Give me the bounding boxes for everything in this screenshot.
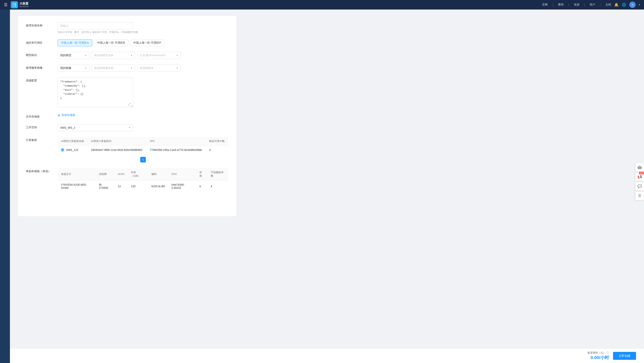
menu-list-icon: ☰ — [638, 194, 641, 198]
spec-col-price: 价格 — [196, 168, 208, 180]
model-version-select[interactable]: 分支/版本/commonID ▼ — [137, 52, 181, 59]
image-control: 我的镜像 ▼ 请选择镜像名称 ▼ 请选择版本 ▼ — [58, 64, 228, 72]
spec-col-vcpu: vCPU — [114, 168, 128, 180]
workspace-label: 工作空间 — [26, 124, 58, 129]
image-row: 推理服务镜像 我的镜像 ▼ 请选择镜像名称 ▼ 请选择版本 ▼ — [26, 64, 228, 72]
announce-icon: 📢 — [638, 174, 642, 179]
add-circle-icon: ⊕ — [58, 114, 60, 117]
cluster-col-name: AI弹性计算集群名称 — [58, 137, 88, 145]
model-type-select[interactable]: 我的模型 ▼ — [58, 52, 90, 59]
left-sidebar — [0, 10, 10, 363]
cluster-radio-cell: AMS_122 — [61, 148, 84, 152]
cluster-col-vpc: VPC — [146, 137, 206, 145]
top-navigation: ☰ 大装置 sensecore 官网 | 费用 | 资源 | 用户 | 文档 🔔… — [0, 0, 644, 10]
zone-button-a[interactable]: 中国上海一区-可用区A — [58, 40, 92, 46]
spec-price-cell: 0 — [196, 180, 208, 192]
spec-col-memory: 内存（GiB） — [128, 168, 148, 180]
zone-button-group: 中国上海一区-可用区A 中国上海一区-可用区B 中国上海一区-可用区P — [58, 40, 228, 46]
spec-col-replicas: 可创建副本数 — [208, 168, 228, 180]
nav-link-official[interactable]: 官网 — [542, 3, 548, 6]
floating-action-buttons: 🤖 📢 New 💬 ☰ — [635, 163, 644, 200]
nav-link-docs[interactable]: 文档 — [606, 3, 611, 6]
spec-memory-cell: 120 — [128, 180, 148, 192]
spec-row: 单副本规格（单选） 加速芯片 训练网 vCPU 内存（GiB） 编码 CPU 价 — [26, 168, 228, 192]
pagination-page-1[interactable]: 1 — [140, 157, 146, 162]
table-row[interactable]: 1*NVIDIA A100-80G-SXM4 IB 2*200G 12 120 … — [58, 180, 228, 192]
zone-button-p[interactable]: 中国上海一区-可用区P — [130, 40, 164, 46]
nav-link-user[interactable]: 用户 — [590, 3, 595, 6]
zone-button-b[interactable]: 中国上海一区-可用区B — [94, 40, 128, 46]
spec-col-cpu: CPU — [168, 168, 196, 180]
float-feedback-button[interactable]: 💬 — [635, 182, 644, 191]
spec-col-chip: 加速芯片 — [58, 168, 96, 180]
spec-trainnet-cell: IB 2*200G — [96, 180, 114, 192]
cost-section: 配置费用（元） ⓘ 0.00/小时 — [588, 351, 609, 360]
image-version-arrow: ▼ — [176, 67, 178, 69]
logo-icon — [11, 1, 18, 8]
json-editor-wrapper: "framework": { "commands": [], "envs": [… — [58, 77, 133, 108]
storage-row: 文件存储卷 ⊕ 添加存储卷 — [26, 114, 228, 118]
create-instance-button[interactable]: 立即创建 — [613, 352, 636, 360]
image-type-arrow: ▼ — [85, 67, 87, 69]
cost-label: 配置费用（元） ⓘ — [588, 351, 609, 355]
bottom-action-bar: 配置费用（元） ⓘ 0.00/小时 立即创建 — [10, 348, 644, 363]
float-announce-button[interactable]: 📢 New — [635, 172, 644, 181]
spec-vcpu-cell: 12 — [114, 180, 128, 192]
advanced-control: "framework": { "commands": [], "envs": [… — [58, 77, 228, 108]
add-storage-button[interactable]: ⊕ 添加存储卷 — [58, 114, 75, 117]
image-name-select[interactable]: 请选择镜像名称 ▼ — [92, 64, 135, 72]
cluster-col-id: AI弹性计算集群ID — [88, 137, 146, 145]
avatar[interactable]: S — [629, 2, 636, 8]
form-card: 推理实例名称 支持小写字母、数字、连字符(-); 最长63个字符；字母开头，字母… — [18, 16, 236, 216]
language-globe-icon[interactable]: 🌐 — [622, 2, 626, 7]
nav-icon-group: 🔔 🌐 S ▾ — [614, 2, 640, 8]
nav-links: 官网 | 费用 | 资源 | 用户 | 文档 — [542, 3, 611, 6]
instance-name-hint: 支持小写字母、数字、连字符(-); 最长63个字符；字母开头，字母或数字结尾 — [58, 30, 228, 34]
spec-control: 加速芯片 训练网 vCPU 内存（GiB） 编码 CPU 价格 可创建副本数 — [58, 168, 228, 192]
instance-name-input[interactable] — [58, 22, 133, 30]
pagination-next[interactable]: › — [148, 158, 150, 162]
notification-bell-icon[interactable]: 🔔 — [614, 2, 618, 7]
cost-info-icon[interactable]: ⓘ — [606, 351, 609, 355]
image-version-select[interactable]: 请选择版本 ▼ — [137, 64, 181, 72]
nav-link-resources[interactable]: 资源 — [574, 3, 580, 6]
image-select-group: 我的镜像 ▼ 请选择镜像名称 ▼ 请选择版本 ▼ — [58, 64, 228, 72]
region-control: 中国上海一区-可用区A 中国上海一区-可用区B 中国上海一区-可用区P — [58, 40, 228, 46]
image-type-select[interactable]: 我的镜像 ▼ — [58, 64, 90, 72]
storage-control: ⊕ 添加存储卷 — [58, 114, 228, 117]
avatar-dropdown-arrow[interactable]: ▾ — [639, 4, 640, 6]
spec-chip-cell: 1*NVIDIA A100-80G-SXM4 — [58, 180, 96, 192]
cluster-cards-cell: 4 — [206, 145, 228, 154]
spec-table: 加速芯片 训练网 vCPU 内存（GiB） 编码 CPU 价格 可创建副本数 — [58, 168, 228, 192]
cost-value: 0.00/小时 — [590, 355, 609, 360]
model-label: 模型标识 — [26, 52, 58, 57]
menu-toggle-button[interactable]: ☰ — [4, 2, 8, 7]
workspace-select[interactable]: AMS_WS_2 ▼ — [58, 124, 133, 131]
model-row: 模型标识 我的模型 ▼ 请选择模型名称 ▼ 分支/版本/commonID — [26, 52, 228, 59]
model-select-group: 我的模型 ▼ 请选择模型名称 ▼ 分支/版本/commonID ▼ — [58, 52, 228, 59]
cluster-id-cell: 2d5404d7-9fd9-11ee-bf1b-826c5688b963 — [88, 145, 146, 154]
table-row[interactable]: AMS_122 2d5404d7-9fd9-11ee-bf1b-826c5688… — [58, 145, 228, 154]
pagination-prev[interactable]: ‹ — [136, 158, 139, 162]
float-menu-button[interactable]: ☰ — [635, 192, 644, 200]
model-control: 我的模型 ▼ 请选择模型名称 ▼ 分支/版本/commonID ▼ — [58, 52, 228, 59]
region-row: 地区和可用区 中国上海一区-可用区A 中国上海一区-可用区B 中国上海一区-可用… — [26, 40, 228, 46]
spec-col-code: 编码 — [148, 168, 168, 180]
instance-name-label: 推理实例名称 — [26, 22, 58, 28]
spec-col-trainnet: 训练网 — [96, 168, 114, 180]
cluster-control: AI弹性计算集群名称 AI弹性计算集群ID VPC 剩余可用卡数 — [58, 137, 228, 162]
cluster-radio-button[interactable] — [61, 148, 64, 152]
json-expand-icon[interactable] — [128, 102, 132, 106]
spec-code-cell: N2IS.le.l60 — [148, 180, 168, 192]
region-label: 地区和可用区 — [26, 40, 58, 45]
image-name-arrow: ▼ — [130, 67, 132, 69]
storage-label: 文件存储卷 — [26, 114, 58, 118]
advanced-label: 高级配置 — [26, 77, 58, 82]
model-name-select[interactable]: 请选择模型名称 ▼ — [92, 52, 135, 59]
cluster-col-cards: 剩余可用卡数 — [206, 137, 228, 145]
spec-label: 单副本规格（单选） — [26, 168, 58, 173]
json-editor[interactable]: "framework": { "commands": [], "envs": [… — [58, 77, 133, 107]
nav-link-billing[interactable]: 费用 — [558, 3, 564, 6]
bot-icon: 🤖 — [638, 165, 642, 170]
float-bot-button[interactable]: 🤖 — [635, 163, 644, 172]
